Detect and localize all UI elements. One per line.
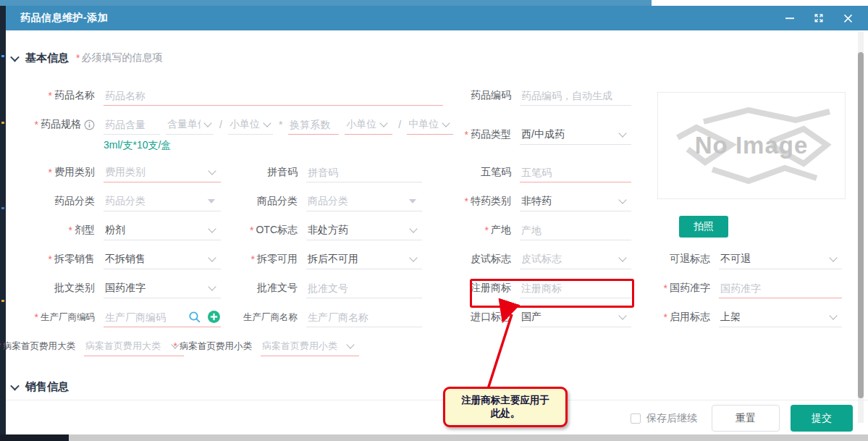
field-returnable: 可退标志 不可退 xyxy=(655,249,842,269)
select-placeholder: 小单位 xyxy=(229,118,260,131)
otc-flag-select[interactable]: 非处方药 xyxy=(306,220,422,240)
guoyao-input[interactable] xyxy=(720,282,842,294)
save-and-continue-label: 保存后继续 xyxy=(646,412,697,425)
select-placeholder: 皮试标志 xyxy=(521,253,562,266)
field-retail-usable: * 拆零可用 拆后不可用 xyxy=(246,249,422,269)
chevron-down-icon xyxy=(10,381,20,390)
vertical-scrollbar-thumb[interactable] xyxy=(858,52,864,398)
section-title: 销售信息 xyxy=(25,380,69,394)
drug-info-add-dialog: { "window": { "title": "药品信息维护-添加" }, "s… xyxy=(0,0,868,441)
select-value: 拆后不可用 xyxy=(308,253,358,266)
field-origin: * 产地 xyxy=(456,220,631,240)
fee-category-select[interactable]: 费用类别 xyxy=(104,162,221,182)
drug-name-input[interactable] xyxy=(105,90,443,101)
add-manufacturer-icon[interactable] xyxy=(207,310,221,324)
dosage-form-label: 剂型 xyxy=(75,224,95,237)
callout-line2: 此处。 xyxy=(491,407,521,420)
dosage-form-select[interactable]: 粉剂 xyxy=(104,220,221,240)
wubi-input[interactable] xyxy=(521,167,631,178)
background-header-strip xyxy=(0,0,652,6)
section-title: 基本信息 xyxy=(25,51,69,65)
pinyin-field xyxy=(306,162,422,182)
info-icon[interactable] xyxy=(84,119,95,130)
checkbox-icon[interactable] xyxy=(631,413,641,424)
retail-sale-label: 拆零销售 xyxy=(54,253,95,266)
mr-fee-minor-select[interactable]: 病案首页费用小类 xyxy=(261,336,359,356)
spec-content-input[interactable] xyxy=(105,119,159,130)
horizontal-scrollbar-thumb[interactable] xyxy=(0,434,69,441)
spec-small-unit-select[interactable]: 小单位 xyxy=(228,114,273,135)
enable-flag-select[interactable]: 上架 xyxy=(719,307,842,327)
retail-sale-select[interactable]: 不拆销售 xyxy=(104,249,221,269)
pinyin-input[interactable] xyxy=(308,167,422,178)
drug-code-label: 药品编码 xyxy=(471,89,511,102)
spec-mid-unit-select[interactable]: 中单位 xyxy=(407,114,453,135)
approval-no-input[interactable] xyxy=(308,282,422,294)
retail-usable-label: 拆零可用 xyxy=(257,253,298,266)
background-header-strip-right xyxy=(652,0,868,6)
special-class-select[interactable]: 非特药 xyxy=(520,191,631,211)
reset-button[interactable]: 重置 xyxy=(712,405,780,432)
chevron-down-icon xyxy=(10,52,20,62)
section-sales-info-header[interactable]: 销售信息 xyxy=(12,379,69,394)
field-drug-type: * 药品类型 西/中成药 xyxy=(456,125,631,145)
chevron-down-icon xyxy=(618,253,626,261)
approval-class-select[interactable]: 国药准字 xyxy=(104,278,221,298)
chevron-down-icon xyxy=(203,119,211,127)
close-button[interactable] xyxy=(842,12,854,24)
guoyao-label: 国药准字 xyxy=(670,282,710,295)
maximize-button[interactable] xyxy=(813,12,825,24)
required-asterisk: * xyxy=(49,90,52,101)
required-asterisk: * xyxy=(465,129,468,140)
submit-button[interactable]: 提交 xyxy=(791,405,853,432)
origin-input[interactable] xyxy=(521,224,631,236)
skin-test-label: 皮试标志 xyxy=(471,253,511,266)
required-asterisk: * xyxy=(69,224,72,236)
dropdown-triangle-icon xyxy=(409,199,416,203)
select-value: 不可退 xyxy=(720,253,751,266)
chevron-down-icon xyxy=(618,129,626,137)
mfr-name-input[interactable] xyxy=(308,311,422,323)
drug-code-input[interactable] xyxy=(521,90,631,101)
drug-class-select[interactable]: 药品分类 xyxy=(104,191,221,211)
drug-name-field xyxy=(104,85,443,106)
returnable-select[interactable]: 不可退 xyxy=(719,249,842,269)
required-asterisk: * xyxy=(250,224,253,236)
mr-fee-major-select[interactable]: 病案首页费用大类 xyxy=(84,336,184,356)
import-flag-select[interactable]: 国产 xyxy=(520,307,631,327)
save-and-continue-checkbox[interactable]: 保存后继续 xyxy=(631,412,697,425)
spec-factor-input[interactable] xyxy=(290,119,337,130)
goods-class-select[interactable]: 商品分类 xyxy=(306,191,422,211)
spec-factor-field[interactable] xyxy=(288,114,339,135)
mfr-code-input[interactable] xyxy=(105,311,182,323)
spec-content-unit-select[interactable]: 含量单位 xyxy=(166,114,214,135)
select-placeholder: 商品分类 xyxy=(308,195,348,208)
spec-content-field[interactable] xyxy=(104,114,160,135)
required-asterisk: * xyxy=(35,311,38,323)
chevron-down-icon xyxy=(208,224,216,232)
drug-name-label: 药品名称 xyxy=(54,89,95,102)
select-value: 非特药 xyxy=(521,195,552,208)
drug-class-label: 药品分类 xyxy=(54,195,95,208)
minimize-button[interactable] xyxy=(784,12,796,24)
spec-small-unit2-select[interactable]: 小单位 xyxy=(345,114,392,135)
chevron-down-icon xyxy=(829,311,837,319)
take-photo-button[interactable]: 拍照 xyxy=(679,216,728,238)
select-value: 非处方药 xyxy=(308,224,348,237)
select-value: 国产 xyxy=(521,311,542,324)
pinyin-label: 拼音码 xyxy=(267,166,298,179)
field-pinyin-code: 拼音码 xyxy=(246,162,422,182)
search-icon[interactable] xyxy=(188,311,201,324)
retail-usable-select[interactable]: 拆后不可用 xyxy=(306,249,422,269)
horizontal-scrollbar[interactable] xyxy=(0,434,868,441)
skin-test-select[interactable]: 皮试标志 xyxy=(520,249,631,269)
trademark-highlight-rectangle xyxy=(470,279,634,308)
required-asterisk: * xyxy=(465,196,468,207)
chevron-down-icon xyxy=(829,253,837,261)
required-asterisk: * xyxy=(664,282,667,294)
section-basic-info-header[interactable]: 基本信息 * 必须填写的信息项 xyxy=(12,51,162,65)
drug-type-select[interactable]: 西/中成药 xyxy=(520,125,631,145)
select-placeholder: 小单位 xyxy=(346,118,376,131)
origin-field xyxy=(520,220,631,240)
select-value: 上架 xyxy=(720,311,741,324)
